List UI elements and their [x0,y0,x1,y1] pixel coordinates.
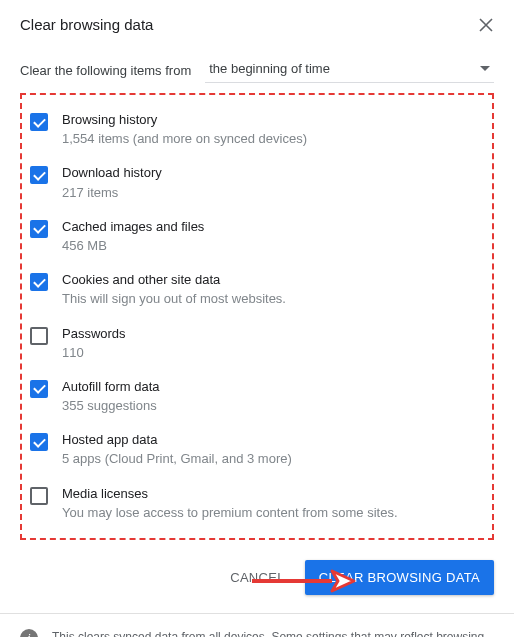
footer-text: This clears synced data from all devices… [52,630,484,637]
item-sublabel: 456 MB [62,237,484,255]
dialog-footer: i This clears synced data from all devic… [0,613,514,637]
list-item: Hosted app data5 apps (Cloud Print, Gmai… [26,423,488,476]
item-text: Passwords110 [62,325,484,362]
cancel-button[interactable]: Cancel [220,562,295,593]
item-sublabel: 1,554 items (and more on synced devices) [62,130,484,148]
checkbox[interactable] [30,433,48,451]
checkbox[interactable] [30,113,48,131]
item-label: Media licenses [62,485,484,503]
list-item: Media licensesYou may lose access to pre… [26,477,488,530]
item-sublabel: This will sign you out of most websites. [62,290,484,308]
list-item: Download history217 items [26,156,488,209]
item-label: Passwords [62,325,484,343]
item-text: Cached images and files456 MB [62,218,484,255]
item-label: Cookies and other site data [62,271,484,289]
checkbox[interactable] [30,166,48,184]
item-text: Browsing history1,554 items (and more on… [62,111,484,148]
dialog-title: Clear browsing data [20,16,153,33]
item-sublabel: 5 apps (Cloud Print, Gmail, and 3 more) [62,450,484,468]
item-sublabel: 110 [62,344,484,362]
checkbox[interactable] [30,380,48,398]
item-text: Hosted app data5 apps (Cloud Print, Gmai… [62,431,484,468]
time-range-select[interactable]: the beginning of time [205,57,494,83]
footer-text-container: This clears synced data from all devices… [52,628,494,637]
list-item: Browsing history1,554 items (and more on… [26,103,488,156]
time-range-row: Clear the following items from the begin… [20,57,494,83]
checkbox[interactable] [30,273,48,291]
time-range-label: Clear the following items from [20,63,191,78]
list-item: Cookies and other site dataThis will sig… [26,263,488,316]
checkbox[interactable] [30,327,48,345]
chevron-down-icon [480,66,490,71]
time-range-value: the beginning of time [209,61,330,76]
item-sublabel: 217 items [62,184,484,202]
list-item: Autofill form data355 suggestions [26,370,488,423]
item-label: Browsing history [62,111,484,129]
item-label: Autofill form data [62,378,484,396]
dialog-actions: Cancel Clear browsing data [20,540,494,613]
item-text: Media licensesYou may lose access to pre… [62,485,484,522]
list-item: Cached images and files456 MB [26,210,488,263]
close-icon[interactable] [478,17,494,33]
list-item: Passwords110 [26,317,488,370]
items-list: Browsing history1,554 items (and more on… [20,93,494,540]
info-icon: i [20,629,38,637]
item-text: Download history217 items [62,164,484,201]
checkbox[interactable] [30,487,48,505]
item-text: Autofill form data355 suggestions [62,378,484,415]
checkbox[interactable] [30,220,48,238]
item-sublabel: 355 suggestions [62,397,484,415]
item-label: Cached images and files [62,218,484,236]
clear-browsing-data-button[interactable]: Clear browsing data [305,560,494,595]
item-sublabel: You may lose access to premium content f… [62,504,484,522]
dialog-header: Clear browsing data [20,16,494,33]
item-label: Download history [62,164,484,182]
item-label: Hosted app data [62,431,484,449]
item-text: Cookies and other site dataThis will sig… [62,271,484,308]
